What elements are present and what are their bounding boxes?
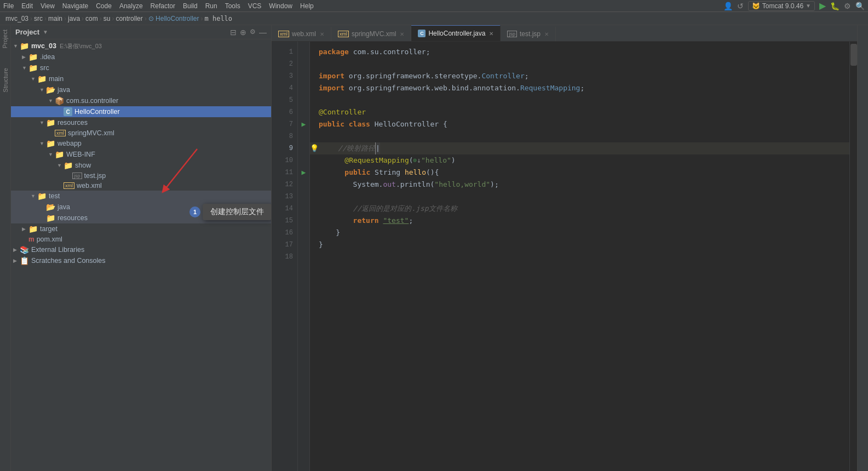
tree-item-test-resources[interactable]: 📁 resources <box>11 212 271 223</box>
menu-refactor[interactable]: Refactor <box>151 2 175 10</box>
java-label: java <box>58 86 70 94</box>
update-icon[interactable]: ↺ <box>737 2 744 10</box>
editor-area: xml web.xml ✕ xml springMVC.xml ✕ C Hell… <box>272 25 857 471</box>
close-panel-icon[interactable]: — <box>259 28 267 37</box>
tree-item-src[interactable]: ▼ 📁 src <box>11 62 271 73</box>
src-label: src <box>40 64 49 72</box>
package-label: com.su.controller <box>66 97 118 105</box>
tree-item-test[interactable]: ▼ 📁 test <box>11 191 271 202</box>
close-icon-hellocontroller[interactable]: ✕ <box>489 31 493 37</box>
tree-item-testjsp[interactable]: jsp test.jsp <box>11 171 271 181</box>
gutter-run-line7[interactable]: ▶ <box>298 118 309 130</box>
res-folder-icon-test: 📁 <box>46 214 55 222</box>
tree-item-external-libs[interactable]: ▶ 📚 External Libraries <box>11 244 271 255</box>
code-line-1: package com.su.controller; <box>319 46 849 58</box>
code-editor[interactable]: 1 2 3 4 5 6 7 8 9 10 11 12 13 14 15 16 1 <box>272 42 857 471</box>
tree-item-show[interactable]: ▼ 📁 show <box>11 160 271 171</box>
java-file-icon: C <box>64 107 72 116</box>
breadcrumb: mvc_03 › src › main › java › com › su › … <box>0 12 868 25</box>
tree-item-test-java[interactable]: 📂 java <box>11 202 271 212</box>
toolbar-right: 👤 ↺ 🐱 Tomcat 9.0.46 ▼ ▶ 🐛 ⚙ 🔍 <box>723 1 865 11</box>
breadcrumb-com[interactable]: com <box>85 15 98 22</box>
close-icon-webxml[interactable]: ✕ <box>320 31 324 37</box>
code-line-17: } <box>319 239 849 251</box>
tree-item-mvc03[interactable]: ▼ 📁 mvc_03 E:\暑假\mvc_03 <box>11 41 271 51</box>
tab-hellocontroller[interactable]: C HelloController.java ✕ <box>411 25 501 41</box>
scratches-icon: 📋 <box>20 256 29 265</box>
right-sidebar <box>857 25 868 471</box>
tomcat-label: Tomcat 9.0.46 <box>762 2 803 10</box>
code-line-11: public String hello(){ <box>310 166 849 179</box>
springmvc-tab-label: springMVC.xml <box>352 30 396 38</box>
webinf-label: WEB-INF <box>66 151 95 158</box>
tree-item-pomxml[interactable]: m pom.xml <box>11 234 271 244</box>
menu-edit[interactable]: Edit <box>21 2 33 10</box>
breadcrumb-su[interactable]: su <box>104 15 111 22</box>
tree-item-main[interactable]: ▼ 📁 main <box>11 73 271 84</box>
code-line-6: @Controller <box>319 106 849 118</box>
menu-build[interactable]: Build <box>183 2 198 10</box>
structure-tab-icon[interactable]: Structure <box>1 64 10 97</box>
external-libs-label: External Libraries <box>31 246 84 254</box>
file-tree[interactable]: ▼ 📁 mvc_03 E:\暑假\mvc_03 ▶ 📁 .idea ▼ 📁 sr… <box>11 39 271 471</box>
breadcrumb-java[interactable]: java <box>68 15 80 22</box>
tree-item-scratches[interactable]: ▶ 📋 Scratches and Consoles <box>11 255 271 266</box>
target-label: target <box>40 225 58 233</box>
breadcrumb-src[interactable]: src <box>34 15 43 22</box>
gutter-run-line11[interactable]: ▶ <box>298 166 309 179</box>
close-icon-testjsp[interactable]: ✕ <box>544 31 549 37</box>
bulb-icon[interactable]: 💡 <box>310 142 319 154</box>
tree-item-resources[interactable]: ▼ 📁 resources <box>11 117 271 128</box>
folder-icon-webapp: 📁 <box>46 139 55 148</box>
menu-view[interactable]: View <box>41 2 55 10</box>
xml-icon-springmvc: xml <box>55 130 66 136</box>
user-icon[interactable]: 👤 <box>723 2 733 10</box>
close-icon-springmvc[interactable]: ✕ <box>400 31 404 37</box>
menu-window[interactable]: Window <box>269 2 292 10</box>
menu-run[interactable]: Run <box>205 2 217 10</box>
pom-icon: m <box>28 236 35 243</box>
settings-icon[interactable]: ⚙ <box>250 28 256 37</box>
folder-icon-src: 📁 <box>28 64 38 72</box>
collapse-all-icon[interactable]: ⊟ <box>230 28 237 37</box>
menu-code[interactable]: Code <box>96 2 112 10</box>
tree-item-java[interactable]: ▼ 📂 java <box>11 84 271 95</box>
jsp-icon-testjsp: jsp <box>72 173 82 179</box>
menu-help[interactable]: Help <box>300 2 314 10</box>
menu-navigate[interactable]: Navigate <box>62 2 88 10</box>
project-tab-icon[interactable]: Project <box>0 25 11 53</box>
left-vertical-tabs: Project Structure <box>0 25 11 471</box>
debug-button[interactable]: 🐛 <box>830 2 840 10</box>
tab-webxml[interactable]: xml web.xml ✕ <box>272 27 331 41</box>
tomcat-config[interactable]: 🐱 Tomcat 9.0.46 ▼ <box>748 1 815 11</box>
scrollbar-right[interactable] <box>849 42 857 471</box>
menu-analyze[interactable]: Analyze <box>119 2 143 10</box>
settings-button[interactable]: ⚙ <box>844 2 851 10</box>
tree-item-package[interactable]: ▼ 📦 com.su.controller <box>11 95 271 106</box>
tree-item-target[interactable]: ▶ 📁 target <box>11 223 271 234</box>
tree-item-webxml[interactable]: xml web.xml <box>11 181 271 191</box>
search-everywhere[interactable]: 🔍 <box>855 2 865 10</box>
breadcrumb-main[interactable]: main <box>48 15 62 22</box>
tab-springmvc[interactable]: xml springMVC.xml ✕ <box>331 27 411 41</box>
tree-item-webapp[interactable]: ▼ 📁 webapp <box>11 138 271 149</box>
test-label: test <box>49 192 60 200</box>
sidebar-dropdown-icon[interactable]: ▼ <box>43 29 48 35</box>
breadcrumb-hello[interactable]: m hello <box>204 15 232 22</box>
breadcrumb-controller[interactable]: controller <box>116 15 142 22</box>
locate-icon[interactable]: ⊕ <box>240 28 246 37</box>
folder-icon-webinf: 📁 <box>55 150 64 159</box>
code-content[interactable]: package com.su.controller; import org.sp… <box>310 42 849 471</box>
tab-testjsp[interactable]: jsp test.jsp ✕ <box>501 27 556 41</box>
tree-item-idea[interactable]: ▶ 📁 .idea <box>11 51 271 62</box>
tree-item-springmvc[interactable]: xml springMVC.xml <box>11 128 271 138</box>
menu-vcs[interactable]: VCS <box>248 2 262 10</box>
run-button[interactable]: ▶ <box>819 1 826 11</box>
menu-tools[interactable]: Tools <box>225 2 240 10</box>
menu-file[interactable]: File <box>3 2 14 10</box>
breadcrumb-hellocontroller[interactable]: ⊙ HelloController <box>148 15 199 22</box>
breadcrumb-mvc03[interactable]: mvc_03 <box>5 15 28 22</box>
menu-items[interactable]: File Edit View Navigate Code Analyze Ref… <box>3 2 314 10</box>
tree-item-hellocontroller[interactable]: C HelloController <box>11 106 271 117</box>
tree-item-webinf[interactable]: ▼ 📁 WEB-INF <box>11 149 271 160</box>
